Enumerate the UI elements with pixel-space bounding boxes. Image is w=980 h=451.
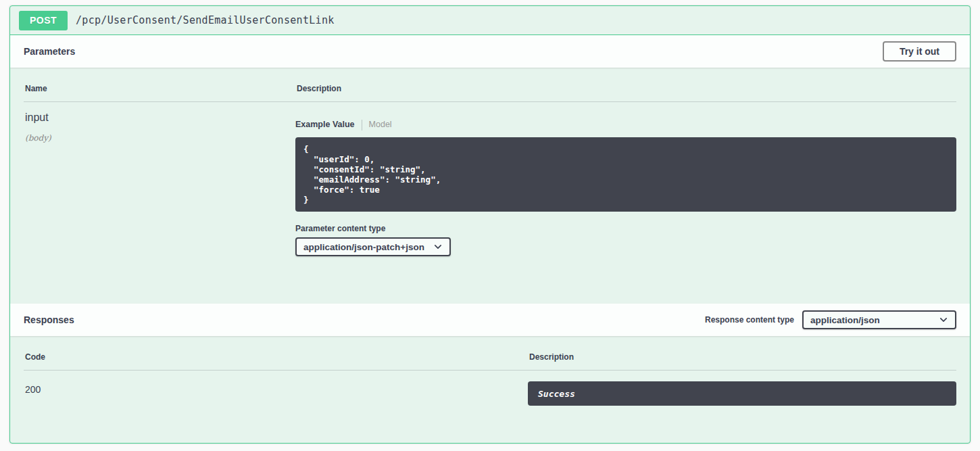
parameter-name: input (24, 112, 295, 124)
parameter-content-type-group: Parameter content type application/json-… (295, 224, 956, 304)
response-description-text: Success (538, 389, 575, 399)
chevron-down-icon (433, 242, 443, 252)
description-column-header: Description (297, 84, 956, 93)
parameter-description-cell: Example Value Model { "userId": 0, "cons… (295, 112, 956, 304)
parameter-row: input (body) Example Value Model { "user… (24, 102, 956, 304)
example-value-code-block[interactable]: { "userId": 0, "consentId": "string", "e… (295, 137, 956, 212)
response-description-column-header: Description (529, 352, 956, 362)
post-operation-block: POST /pcp/UserConsent/SendEmailUserConse… (9, 5, 971, 444)
name-column-header: Name (25, 84, 297, 93)
response-description-box: Success (528, 381, 956, 406)
endpoint-path: /pcp/UserConsent/SendEmailUserConsentLin… (76, 14, 335, 26)
example-json: { "userId": 0, "consentId": "string", "e… (303, 144, 948, 205)
http-method-badge: POST (19, 11, 68, 30)
try-it-out-button[interactable]: Try it out (883, 41, 956, 62)
response-description-cell: Success (528, 381, 956, 406)
code-column-header: Code (25, 352, 529, 362)
response-content-type-label: Response content type (705, 315, 794, 325)
swagger-page: POST /pcp/UserConsent/SendEmailUserConse… (0, 0, 980, 451)
response-code: 200 (24, 381, 528, 395)
response-code-cell: 200 (24, 381, 528, 395)
tab-example-value[interactable]: Example Value (295, 120, 362, 130)
parameter-location: (body) (24, 133, 295, 143)
parameters-table-header: Name Description (24, 77, 956, 102)
tab-model[interactable]: Model (369, 120, 399, 130)
operation-summary[interactable]: POST /pcp/UserConsent/SendEmailUserConse… (10, 6, 970, 35)
responses-body: Code Description 200 Success (10, 336, 970, 406)
response-row: 200 Success (24, 371, 956, 406)
tab-separator (362, 120, 362, 130)
response-content-type-group: Response content type application/json (705, 310, 956, 329)
chevron-down-icon (939, 315, 948, 325)
model-example-tabs: Example Value Model (295, 120, 956, 130)
parameter-content-type-select[interactable]: application/json-patch+json (295, 237, 451, 256)
response-content-type-value: application/json (810, 315, 880, 325)
parameters-title: Parameters (24, 46, 75, 57)
responses-title: Responses (24, 314, 74, 325)
parameters-section-header: Parameters Try it out (10, 35, 970, 68)
responses-section-header: Responses Response content type applicat… (10, 304, 970, 336)
response-content-type-select[interactable]: application/json (802, 310, 956, 329)
parameter-content-type-label: Parameter content type (295, 224, 956, 233)
parameter-content-type-value: application/json-patch+json (303, 242, 424, 252)
responses-table-header: Code Description (24, 346, 956, 371)
parameter-name-cell: input (body) (24, 112, 295, 304)
parameters-body: Name Description input (body) Example Va… (10, 68, 970, 304)
